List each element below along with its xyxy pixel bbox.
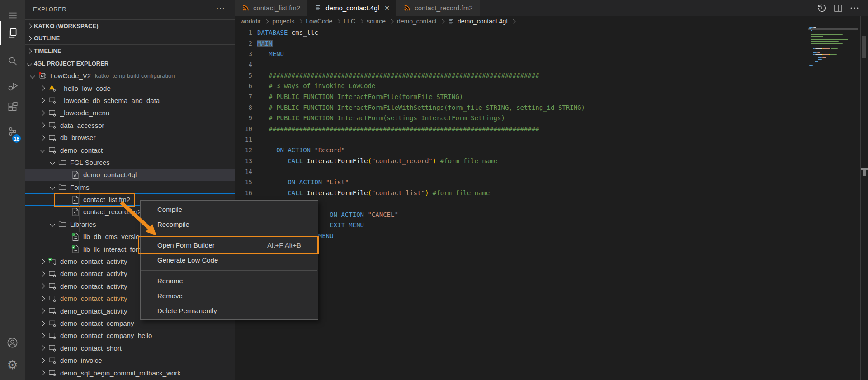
file-fm2-icon	[71, 195, 80, 204]
search-icon[interactable]	[0, 50, 25, 72]
tree-item[interactable]: demo_contact.4gl	[25, 169, 235, 181]
tree-item-label: _hello_low_code	[60, 84, 111, 92]
more-actions-icon[interactable]: ···	[216, 4, 225, 13]
project-icon	[48, 356, 57, 365]
minimap[interactable]	[809, 26, 857, 66]
tab-demo_contact.4gl[interactable]: demo_contact.4gl×	[307, 0, 396, 16]
chevron-right-icon	[27, 48, 32, 53]
breadcrumb-item[interactable]: ...	[508, 18, 524, 25]
chevron-right-icon[interactable]	[40, 98, 45, 103]
tree-item-label: demo_contact_company_hello	[60, 332, 152, 339]
tree-item-label: Forms	[70, 183, 90, 191]
menu-item-delete-permanently[interactable]: Delete Permanently	[141, 303, 318, 318]
chevron-right-icon[interactable]	[40, 110, 45, 115]
chevron-right-icon[interactable]	[40, 370, 45, 375]
chevron-right-icon[interactable]	[40, 321, 45, 326]
chevron-right-icon[interactable]	[40, 308, 45, 313]
chevron-right-icon[interactable]	[40, 259, 45, 264]
breadcrumb-item[interactable]: demo_contact	[386, 18, 437, 25]
tree-item[interactable]: demo_contact	[25, 144, 235, 156]
tree-item-label: data_accessor	[60, 122, 104, 129]
code-line: 13 CALL InteractFormFile("contact_record…	[235, 155, 859, 166]
scrollbar-track-divider	[860, 16, 861, 380]
explorer-icon[interactable]	[0, 22, 25, 44]
run-debug-icon[interactable]	[0, 76, 25, 98]
tree-item[interactable]: data_accessor	[25, 119, 235, 131]
chevron-down-icon[interactable]	[40, 147, 45, 152]
chevron-right-icon[interactable]	[40, 333, 45, 338]
chevron-right-icon[interactable]	[40, 135, 45, 140]
tree-item[interactable]: demo_contact_company_hello	[25, 329, 235, 342]
file-fm2-icon	[71, 207, 80, 216]
code-line: 5 ######################################…	[235, 70, 859, 81]
chevron-down-icon[interactable]	[50, 185, 55, 190]
tree-item-description: katko_temp build configuration	[95, 72, 175, 79]
menu-item-recompile[interactable]: Recompile	[141, 217, 318, 232]
tree-item[interactable]: LowCode_V2katko_temp build configuration	[25, 70, 235, 82]
tree-item[interactable]: _lowcode_menu	[25, 107, 235, 119]
extensions-icon[interactable]	[0, 96, 25, 118]
tab-contact_list.fm2[interactable]: contact_list.fm2	[235, 0, 307, 16]
tree-item[interactable]: db_browser	[25, 131, 235, 144]
chevron-right-icon[interactable]	[40, 123, 45, 128]
4gl-file-icon	[448, 18, 455, 25]
breadcrumb-item[interactable]: LowCode	[294, 18, 332, 25]
breadcrumb-item[interactable]: source	[355, 18, 386, 25]
tab-contact_record.fm2[interactable]: contact_record.fm2	[396, 0, 479, 16]
project-icon	[48, 133, 57, 142]
chevron-right-icon	[27, 23, 32, 28]
code-line: 16 CALL InteractFormFile("contact_list")…	[235, 188, 859, 198]
code-line: 9 # PUBLIC FUNCTION InteractForm(setting…	[235, 113, 859, 124]
settings-gear-icon[interactable]: ⚙	[0, 355, 25, 375]
menu-item-compile[interactable]: Compile	[141, 202, 318, 217]
chevron-right-icon	[511, 19, 515, 23]
editor-scrollbar[interactable]	[862, 36, 866, 58]
chevron-right-icon[interactable]	[40, 296, 45, 301]
project-icon	[48, 121, 57, 130]
section-timeline[interactable]: TIMELINE	[25, 44, 235, 57]
section-katko-workspace-[interactable]: KATKO (WORKSPACE)	[25, 19, 235, 32]
tree-item[interactable]: FGL Sources	[25, 156, 235, 169]
code-editor[interactable]: 1DATABASE cms_llc2MAIN3 MENU45 #########…	[235, 27, 859, 241]
chevron-right-icon[interactable]	[40, 346, 45, 351]
more-actions-icon[interactable]	[849, 3, 860, 14]
chevron-right-icon[interactable]	[40, 85, 45, 90]
tree-item[interactable]: demo_contact_short	[25, 342, 235, 354]
tree-item[interactable]: demo_invoice	[25, 354, 235, 366]
tree-item-label: _lowcode_db_schema_and_data	[60, 97, 160, 104]
chevron-right-icon[interactable]	[40, 271, 45, 276]
menu-item-open-form-builder[interactable]: Open Form BuilderAlt+F Alt+B	[141, 238, 318, 253]
tree-item-label: demo_contact_company	[60, 319, 134, 327]
split-editor-icon[interactable]	[833, 3, 844, 14]
line-number: 16	[235, 189, 252, 197]
tree-item[interactable]: demo_sql_begin_commit_rollback_work	[25, 366, 235, 379]
tree-item-label: contact_list.fm2	[83, 196, 130, 203]
breadcrumb-item[interactable]: demo_contact.4gl	[437, 18, 508, 25]
section-outline[interactable]: OUTLINE	[25, 32, 235, 44]
breadcrumb-item[interactable]: LLC	[332, 18, 355, 25]
chevron-down-icon[interactable]	[50, 160, 55, 165]
tree-item[interactable]: _hello_low_code	[25, 82, 235, 94]
chevron-down-icon[interactable]	[30, 73, 35, 78]
tree-item[interactable]: Forms	[25, 181, 235, 193]
tree-item-label: demo_contact_activity	[60, 258, 127, 265]
menu-item-generate-low-code[interactable]: Generate Low Code	[141, 253, 318, 267]
close-icon[interactable]: ×	[385, 4, 390, 12]
tree-item[interactable]: _lowcode_db_schema_and_data	[25, 94, 235, 107]
explorer-sidebar: EXPLORER ··· KATKO (WORKSPACE)OUTLINETIM…	[25, 0, 235, 380]
menu-item-rename[interactable]: Rename	[141, 273, 318, 288]
chevron-right-icon[interactable]	[40, 358, 45, 363]
breadcrumb-item[interactable]: workdir	[241, 18, 261, 25]
line-number: 14	[235, 168, 252, 175]
history-icon[interactable]	[816, 3, 827, 14]
menu-item-remove[interactable]: Remove	[141, 288, 318, 303]
chevron-right-icon[interactable]	[40, 284, 45, 289]
breadcrumb-item[interactable]: projects	[261, 18, 294, 25]
chevron-down-icon[interactable]	[50, 222, 55, 227]
tree-item-label: demo_sql_begin_commit_rollback_work	[60, 369, 181, 377]
tree-item-label: _lowcode_menu	[60, 109, 109, 117]
account-icon[interactable]	[0, 333, 25, 352]
sidebar-header: EXPLORER ···	[25, 0, 235, 19]
warning-project-icon	[48, 84, 57, 93]
section-4gl-project-explorer[interactable]: 4GL PROJECT EXPLORER	[25, 57, 235, 70]
